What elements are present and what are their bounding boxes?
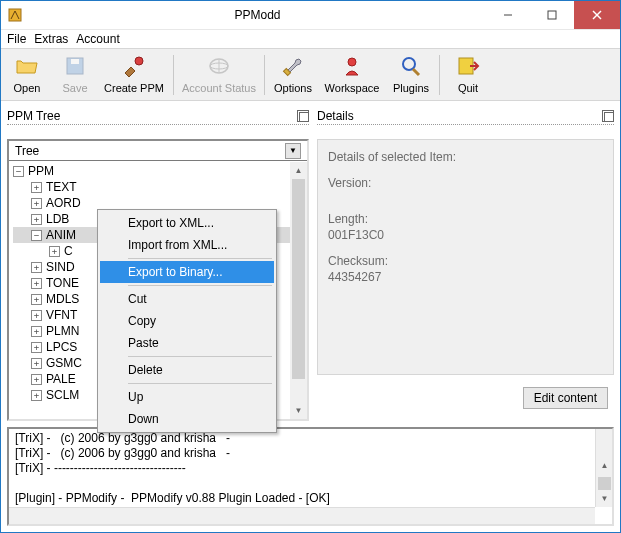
svg-point-12 [348,58,356,66]
content-area: PPM Tree Tree ▼ − PPM +TEXT +AORD +LDB −… [1,101,620,427]
ctx-down[interactable]: Down [100,408,274,430]
version-label: Version: [328,176,603,190]
globe-icon [206,55,232,80]
folder-icon [15,55,39,80]
exit-icon [456,55,480,80]
expand-icon[interactable]: + [31,374,42,385]
scroll-down-icon[interactable]: ▼ [290,402,307,419]
length-value: 001F13C0 [328,228,603,242]
create-ppm-button[interactable]: Create PPM [99,50,169,100]
ctx-import-xml[interactable]: Import from XML... [100,234,274,256]
toolbar-divider [173,55,174,95]
ctx-cut[interactable]: Cut [100,288,274,310]
expand-icon[interactable]: + [31,262,42,273]
edit-content-button[interactable]: Edit content [523,387,608,409]
panel-title: PPM Tree [7,109,297,123]
tree-scrollbar[interactable]: ▲ ▼ [290,162,307,419]
expand-icon[interactable]: + [31,390,42,401]
toolbar: Open Save Create PPM Account Status Opti… [1,49,620,101]
tree-dropdown[interactable]: Tree ▼ [9,141,307,161]
panel-title: Details [317,109,602,123]
wrench-icon [281,55,305,80]
log-line: [Plugin] - PPModify - PPModify v0.88 Plu… [15,491,330,505]
expand-icon[interactable]: + [31,214,42,225]
save-button[interactable]: Save [51,50,99,100]
log-scrollbar-horizontal[interactable] [9,507,595,524]
expand-icon[interactable]: + [49,246,60,257]
ctx-separator [128,383,272,384]
plugins-button[interactable]: Plugins [387,50,435,100]
collapse-icon[interactable]: − [31,230,42,241]
log-line: [TriX] - -------------------------------… [15,461,186,475]
minimize-button[interactable] [486,1,530,29]
length-label: Length: [328,212,603,226]
expand-icon[interactable]: + [31,294,42,305]
ctx-up[interactable]: Up [100,386,274,408]
menubar: File Extras Account [1,30,620,49]
open-button[interactable]: Open [3,50,51,100]
options-button[interactable]: Options [269,50,317,100]
checksum-value: 44354267 [328,270,603,284]
details-panel: Details Details of selected Item: Versio… [317,107,614,421]
scroll-up-icon[interactable]: ▲ [290,162,307,179]
svg-point-7 [135,57,143,65]
close-button[interactable] [574,1,620,29]
tree-node-root[interactable]: − PPM [13,163,303,179]
ctx-copy[interactable]: Copy [100,310,274,332]
log-scrollbar-vertical[interactable]: ▲ ▼ [595,429,612,507]
expand-icon[interactable]: + [31,326,42,337]
scroll-down-icon[interactable]: ▼ [596,490,613,507]
popout-icon[interactable] [297,110,309,122]
details-header: Details of selected Item: [328,150,603,164]
toolbar-divider [264,55,265,95]
expand-icon[interactable]: + [31,182,42,193]
menu-extras[interactable]: Extras [34,32,68,46]
expand-icon[interactable]: + [31,342,42,353]
save-icon [63,55,87,80]
context-menu: Export to XML... Import from XML... Expo… [97,209,277,433]
checksum-label: Checksum: [328,254,603,268]
ctx-delete[interactable]: Delete [100,359,274,381]
tree-node[interactable]: +TEXT [13,179,303,195]
titlebar: PPModd [1,1,620,30]
ctx-export-binary[interactable]: Export to Binary... [100,261,274,283]
toolbar-divider [439,55,440,95]
log-output: [TriX] - (c) 2006 by g3gg0 and krisha - … [7,427,614,526]
log-line: [TriX] - (c) 2006 by g3gg0 and krisha - [15,446,230,460]
workspace-button[interactable]: Workspace [317,50,387,100]
svg-line-14 [413,69,419,75]
expand-icon[interactable]: + [31,358,42,369]
maximize-button[interactable] [530,1,574,29]
expand-icon[interactable]: + [31,198,42,209]
app-window: PPModd File Extras Account Open Save Cre… [0,0,621,533]
ctx-separator [128,356,272,357]
menu-file[interactable]: File [7,32,26,46]
scroll-thumb[interactable] [292,179,305,379]
svg-rect-2 [548,11,556,19]
ctx-separator [128,258,272,259]
chevron-down-icon: ▼ [285,143,301,159]
ctx-export-xml[interactable]: Export to XML... [100,212,274,234]
ctx-separator [128,285,272,286]
account-status-button[interactable]: Account Status [178,50,260,100]
log-line: [TriX] - (c) 2006 by g3gg0 and krisha - [15,431,230,445]
expand-icon[interactable]: + [31,310,42,321]
details-box: Details of selected Item: Version: Lengt… [317,139,614,375]
menu-account[interactable]: Account [76,32,119,46]
quit-button[interactable]: Quit [444,50,492,100]
expand-icon[interactable]: + [31,278,42,289]
app-icon [1,7,29,23]
collapse-icon[interactable]: − [13,166,24,177]
svg-rect-6 [71,59,79,64]
window-title: PPModd [29,8,486,22]
popout-icon[interactable] [602,110,614,122]
user-icon [340,55,364,80]
svg-point-13 [403,58,415,70]
scroll-up-icon[interactable]: ▲ [596,457,613,474]
ctx-paste[interactable]: Paste [100,332,274,354]
magnify-icon [399,55,423,80]
tools-icon [121,55,147,80]
